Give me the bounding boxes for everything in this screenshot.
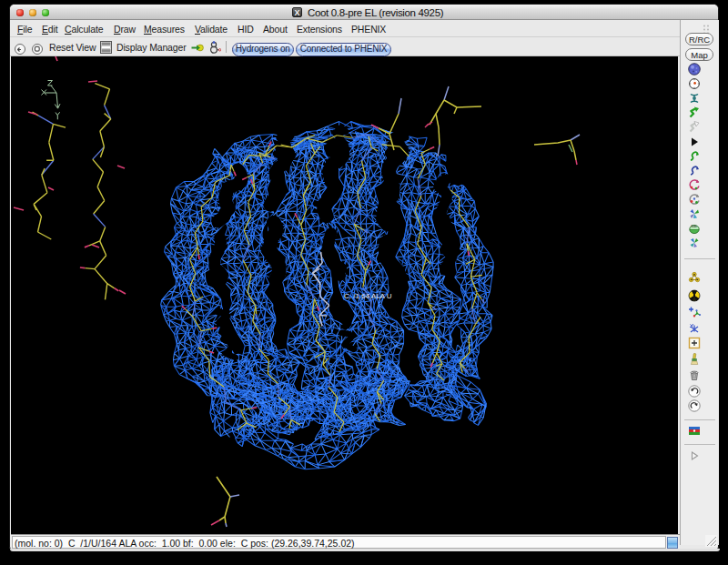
svg-text:Side: Side (691, 225, 697, 228)
svg-text:C. /1 64 ALA U: C. /1 64 ALA U (344, 292, 392, 300)
